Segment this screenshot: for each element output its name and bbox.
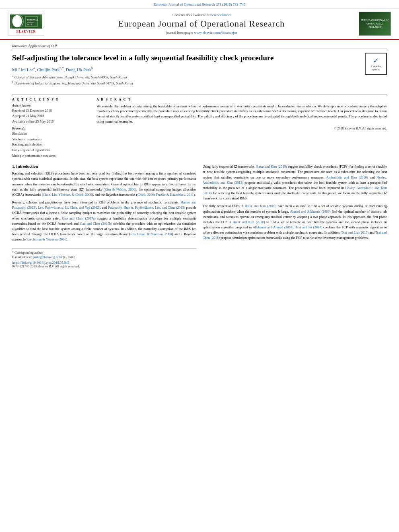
author-dong-uk-park[interactable]: Dong Uk Park [66,67,92,72]
elsevier-logo: EUROPEAN JOURNAL OF O.R. ELSEVIER [8,12,44,36]
keyword-2: Stochastic constraints [12,137,42,141]
journal-logo-right: EUROPEAN JOURNAL OFOPERATIONALRESEARCH [359,12,391,36]
ref-batur-kim-2010-3[interactable]: Batur and Kim (2010) [232,220,265,224]
citation-text: European Journal of Operational Research… [154,2,246,6]
ref-lee-pujowidianto-2012[interactable]: Lee, Pujowidianto, Li, Chen, and Yap (20… [38,205,101,210]
journal-logo-text: EUROPEAN JOURNAL OFOPERATIONALRESEARCH [361,18,389,29]
article-title: Self-adjusting the tolerance level in a … [12,53,359,63]
affiliation-b: Department of Industrial Engineering, Ha… [14,81,133,85]
ref-andradottir-kim-2010[interactable]: Andradóttir and Kim (2010) [326,175,368,179]
authors-line: Mi Lim Leea, Chuljin Parkb,*, Dong Uk Pa… [12,66,359,72]
affiliations: a College of Business Administration, Ho… [12,74,359,86]
affiliation-a: College of Business Administration, Hong… [14,75,127,79]
ref-batur-kim-2010-fcp[interactable]: Batur and Kim (2010) [256,164,287,168]
abstract-panel: A B S T R A C T We consider the problem … [97,98,387,159]
right-para-1: Using fully sequential IZ frameworks, Ba… [203,164,387,201]
footnote-area: * Corresponding author. E-mail address: … [12,248,197,259]
top-citation-bar: European Journal of Operational Research… [0,0,399,8]
introduction-heading: 1. Introduction [12,164,197,168]
ref-szechtman-2008[interactable]: Szechtman & Yücesan, 2008 [130,232,172,236]
svg-text:JOURNAL: JOURNAL [27,21,35,23]
doi-link[interactable]: https://doi.org/10.1016/j.ejor.2018.05.0… [12,261,69,265]
keyword-1: Simulation [12,131,27,136]
email-line: E-mail address: parkcj@hanyang.ac.kr (C.… [12,255,197,259]
article-dates: Received 13 December 2016 Accepted 21 Ma… [12,108,88,125]
elsevier-text: ELSEVIER [16,30,36,33]
ref-healey-2014[interactable]: Healey, Andradóttir, and Kim (2014) [203,186,387,195]
sciencedirect-link[interactable]: ScienceDirect [210,13,230,17]
intro-para-2: Recently, scholars and practitioners hav… [12,200,197,242]
title-main: Self-adjusting the tolerance level in a … [12,51,359,90]
badge-label: Check forupdates [371,65,381,71]
article-info-heading: A R T I C L E I N F O [12,98,88,101]
svg-text:EUROPEAN: EUROPEAN [27,19,38,21]
title-area: Self-adjusting the tolerance level in a … [12,51,387,90]
corresponding-email[interactable]: parkcj@hanyang.ac.kr [33,255,62,259]
ref-batur-kim-2010-2[interactable]: Batur and Kim (2010) [245,204,276,208]
ref-frazier-2011[interactable]: Frazier & Kazachkov, 2011 [156,193,194,197]
ref-ahmed-alkhamis-2009[interactable]: Ahmed and Alkhamis (2009) [290,210,331,214]
homepage-line: journal homepage: www.elsevier.com/locat… [52,31,351,35]
keywords-label: Keywords: [12,127,88,130]
ref-tsai-fu-2014[interactable]: Tsai and Fu (2014) [296,225,323,229]
checkmark-icon: ✓ [373,56,379,65]
ref-kim-nelson-2006[interactable]: Kim & Nelson, 2006 [105,187,135,191]
corresponding-note: * Corresponding author. [12,251,197,255]
elsevier-logo-graphic: EUROPEAN JOURNAL OF O.R. [10,14,42,29]
issn-line: 0377-2217/© 2018 Elsevier B.V. All right… [12,265,197,268]
received-date: Received 13 December 2016 [12,109,51,113]
article-info-panel: A R T I C L E I N F O Article history: R… [12,98,88,159]
intro-para-1: Ranking and selection (R&S) procedures h… [12,171,197,197]
ref-pasupathy-2015[interactable]: Pasupathy, Hunter, Pujowidianto, Lee, an… [108,205,185,210]
section-label: Innovative Applications of O.R. [12,44,387,49]
abstract-text: We consider the problem of determining t… [97,104,387,124]
available-date: Available online 25 May 2018 [12,119,53,123]
article-info-abstract: A R T I C L E I N F O Article history: R… [12,94,387,159]
contents-available-line: Contents lists available at ScienceDirec… [52,13,351,17]
journal-header: EUROPEAN JOURNAL OF O.R. ELSEVIER Conten… [0,8,399,40]
ref-gao-chen-2017b[interactable]: Gao and Chen (2017b) [80,222,112,226]
ref-gao-chen-2017a[interactable]: Gao and Chen (2017a) [62,216,96,220]
ref-chen-lin-2000[interactable]: Chen, Lin, Yücesan, & Chick, 2000 [43,193,92,197]
check-for-updates-badge: ✓ Check forupdates [365,53,387,75]
author-mi-lim-lee[interactable]: Mi Lim Lee [12,67,33,72]
doi-line: https://doi.org/10.1016/j.ejor.2018.05.0… [12,261,197,265]
ref-alkhamis-ahmed-2004[interactable]: Alkhamis and Ahmed (2004) [253,225,293,229]
journal-homepage-link[interactable]: www.elsevier.com/locate/ejor [194,31,237,35]
keyword-3: Ranking and selection [12,142,43,146]
journal-header-center: Contents lists available at ScienceDirec… [52,13,351,35]
author-chuljin-park[interactable]: Chuljin Park [37,67,60,72]
ref-tsai-liu-2015[interactable]: Tsai and Liu (2015) [341,230,368,234]
left-column: 1. Introduction Ranking and selection (R… [12,164,197,268]
accepted-date: Accepted 21 May 2018 [12,114,44,118]
abstract-heading: A B S T R A C T [97,98,387,101]
copyright-notice: © 2018 Elsevier B.V. All rights reserved… [97,127,387,130]
journal-title: European Journal of Operational Research [52,18,351,29]
keyword-5: Multiple performance measures [12,154,56,158]
keywords-list: Simulation Stochastic constraints Rankin… [12,131,88,158]
ref-szechtman-2016[interactable]: Szechtman & Yücesan, 2016 [27,237,66,241]
article-container: Innovative Applications of O.R. Self-adj… [0,40,399,276]
right-para-2: The fully sequential FCPs in Batur and K… [203,203,387,240]
right-column: Using fully sequential IZ frameworks, Ba… [203,164,387,268]
ref-chick-2006[interactable]: Chick, 2006 [138,193,154,197]
svg-text:OF O.R.: OF O.R. [27,24,33,26]
keyword-4: Fully sequential algorithms [12,148,49,152]
history-label: Article history: [12,104,88,107]
main-columns: 1. Introduction Ranking and selection (R… [12,164,387,268]
